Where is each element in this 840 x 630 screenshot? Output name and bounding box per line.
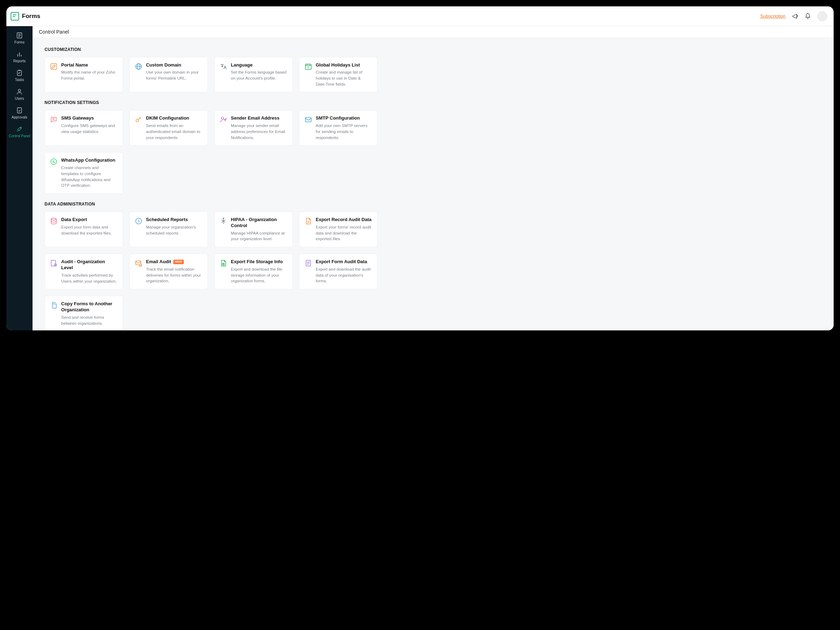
- svg-text:31: 31: [307, 66, 310, 68]
- card-title: Global Holidays List: [316, 62, 371, 68]
- clock-icon: [135, 217, 142, 225]
- card-hipaa[interactable]: HIPAA - Organization Control Manage HIPA…: [214, 212, 293, 247]
- cards-data: Data Export Export your form data and do…: [44, 212, 822, 330]
- card-desc: Use your own domain in your forms' Perma…: [146, 69, 202, 81]
- globe-icon: [135, 63, 142, 70]
- card-custom-domain[interactable]: Custom Domain Use your own domain in you…: [129, 57, 208, 93]
- svg-rect-11: [51, 63, 57, 69]
- forms-icon: [16, 32, 23, 39]
- sidebar-item-control-panel[interactable]: Control Panel: [6, 122, 33, 141]
- reports-icon: [16, 51, 23, 58]
- sidebar-item-label: Users: [15, 97, 24, 100]
- card-export-file-storage[interactable]: Export File Storage Info Export and down…: [214, 253, 293, 290]
- calendar-icon: 31: [305, 63, 312, 70]
- sidebar-item-reports[interactable]: Reports: [6, 47, 33, 66]
- card-title: HIPAA - Organization Control: [231, 217, 287, 229]
- sidebar-item-label: Reports: [13, 59, 25, 63]
- users-icon: [16, 88, 23, 95]
- language-icon: [219, 63, 227, 70]
- svg-point-10: [21, 127, 22, 128]
- card-title: Export Record Audit Data: [316, 217, 371, 223]
- card-desc: Manage HIPAA compliance at your organiza…: [231, 230, 287, 242]
- card-title: Export File Storage Info: [231, 259, 287, 265]
- edit-icon: [50, 63, 58, 70]
- card-title: Language: [231, 62, 287, 68]
- sidebar-item-approvals[interactable]: Approvals: [6, 103, 33, 122]
- brand[interactable]: Forms: [11, 12, 40, 21]
- topbar: Forms Subscription: [6, 6, 834, 26]
- doc-icon: [305, 217, 312, 225]
- card-desc: Configure SMS gateways and view usage st…: [61, 123, 117, 135]
- page-title: Control Panel: [33, 26, 834, 38]
- svg-rect-31: [51, 260, 56, 266]
- sidebar-item-label: Forms: [14, 40, 24, 44]
- card-desc: Export your forms' record audit data and…: [316, 224, 371, 242]
- card-sms-gateways[interactable]: SMS Gateways Configure SMS gateways and …: [44, 110, 123, 146]
- card-desc: Create channels and templates to configu…: [61, 165, 117, 188]
- sidebar-item-label: Approvals: [12, 115, 27, 119]
- brand-name: Forms: [22, 13, 40, 20]
- announcement-icon[interactable]: [792, 13, 798, 19]
- database-icon: [50, 217, 58, 225]
- card-global-holidays[interactable]: 31 Global Holidays List Create and manag…: [299, 57, 377, 93]
- approvals-icon: [16, 107, 23, 114]
- section-heading-data: DATA ADMINISTRATION: [44, 202, 822, 207]
- cards-customization: Portal Name Modify the name of your Zoho…: [44, 57, 822, 93]
- tasks-icon: [16, 69, 23, 76]
- sidebar-item-forms[interactable]: Forms: [6, 28, 33, 47]
- sidebar: Forms Reports Tasks Users Approvals Cont…: [6, 26, 33, 330]
- copy-icon: [50, 301, 58, 309]
- card-language[interactable]: Language Set the Forms language based on…: [214, 57, 293, 93]
- mail-check-icon: [135, 259, 142, 267]
- card-export-record-audit[interactable]: Export Record Audit Data Export your for…: [299, 212, 377, 247]
- card-title: DKIM Configuration: [146, 115, 202, 121]
- card-whatsapp[interactable]: WhatsApp Configuration Create channels a…: [44, 152, 123, 194]
- card-title: Export Form Audit Data: [316, 259, 371, 265]
- svg-point-26: [51, 218, 57, 220]
- section-heading-notification: NOTIFICATION SETTINGS: [44, 100, 822, 105]
- card-audit-org[interactable]: Audit - Organization Level Track activit…: [44, 253, 123, 290]
- card-copy-forms[interactable]: Copy Forms to Another Organization Send …: [44, 296, 123, 330]
- card-title: SMTP Configuration: [316, 115, 371, 121]
- card-desc: Create and manage list of holidays to us…: [316, 69, 371, 87]
- key-icon: [135, 116, 142, 123]
- card-data-export[interactable]: Data Export Export your form data and do…: [44, 212, 123, 247]
- card-title: WhatsApp Configuration: [61, 157, 117, 163]
- card-desc: Export and download the audit data of yo…: [316, 266, 371, 284]
- card-title: Data Export: [61, 217, 117, 223]
- card-title: Scheduled Reports: [146, 217, 202, 223]
- card-email-audit[interactable]: Email Audit NEW Track the email notifica…: [129, 253, 208, 290]
- card-portal-name[interactable]: Portal Name Modify the name of your Zoho…: [44, 57, 123, 93]
- card-export-form-audit[interactable]: Export Form Audit Data Export and downlo…: [299, 253, 377, 290]
- card-desc: Export your form data and download the e…: [61, 224, 117, 236]
- card-sender-email[interactable]: Sender Email Address Manage your sender …: [214, 110, 293, 146]
- mail-icon: [305, 116, 312, 123]
- card-dkim[interactable]: DKIM Configuration Send emails from an a…: [129, 110, 208, 146]
- sidebar-item-tasks[interactable]: Tasks: [6, 66, 33, 84]
- card-desc: Set the Forms language based on your Acc…: [231, 69, 287, 81]
- forms-logo-icon: [11, 12, 19, 21]
- card-title: Custom Domain: [146, 62, 202, 68]
- card-desc: Manage your organization's scheduled rep…: [146, 224, 202, 236]
- card-desc: Manage your sender email address prefere…: [231, 123, 287, 141]
- audit-icon: [50, 259, 58, 267]
- svg-point-8: [18, 89, 21, 92]
- chat-icon: [50, 116, 58, 123]
- card-desc: Track activities performed by Users with…: [61, 272, 117, 284]
- sidebar-item-users[interactable]: Users: [6, 84, 33, 103]
- svg-point-23: [221, 117, 223, 120]
- svg-point-22: [136, 120, 139, 122]
- user-send-icon: [219, 116, 227, 123]
- badge-new: NEW: [173, 260, 184, 264]
- medical-icon: [219, 217, 227, 225]
- file-info-icon: [219, 259, 227, 267]
- card-title: SMS Gateways: [61, 115, 117, 121]
- bell-icon[interactable]: [805, 13, 811, 19]
- avatar[interactable]: [817, 11, 827, 21]
- cards-notification: SMS Gateways Configure SMS gateways and …: [44, 110, 822, 193]
- card-desc: Export and download the file storage inf…: [231, 266, 287, 284]
- card-smtp[interactable]: SMTP Configuration Add your own SMTP ser…: [299, 110, 377, 146]
- card-scheduled-reports[interactable]: Scheduled Reports Manage your organizati…: [129, 212, 208, 247]
- subscription-link[interactable]: Subscription: [760, 13, 786, 19]
- card-desc: Modify the name of your Zoho Forms porta…: [61, 69, 117, 81]
